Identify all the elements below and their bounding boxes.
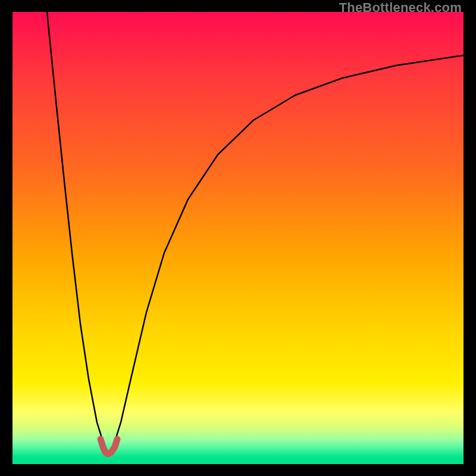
chart-frame: TheBottleneck.com: [0, 0, 476, 476]
gradient-background-chart: [12, 12, 464, 464]
gradient-rect: [12, 12, 464, 464]
plot-area: [12, 12, 464, 464]
